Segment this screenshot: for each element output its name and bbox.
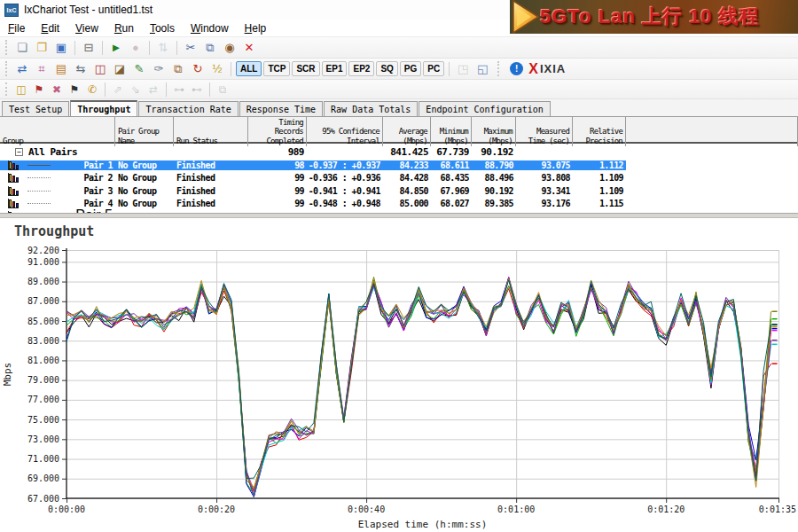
tab-response-time[interactable]: Response Time bbox=[239, 101, 323, 116]
data-cell: Finished bbox=[174, 186, 248, 196]
filter-scr-button[interactable]: SCR bbox=[292, 61, 319, 76]
toolbar-separator bbox=[166, 82, 167, 97]
new-test-button[interactable]: ❏ bbox=[13, 39, 31, 57]
compare-results-button[interactable]: ◫ bbox=[13, 82, 29, 98]
y-tick-label: 89.000 bbox=[27, 277, 59, 286]
results-table-header: GroupPair Group NameRun StatusTiming Rec… bbox=[0, 116, 798, 144]
filter-pg-button[interactable]: PG bbox=[400, 61, 421, 76]
table-row-pair-1[interactable]: Pair 1No GroupFinished98-0.937 : +0.9378… bbox=[0, 159, 798, 172]
data-cell: 99 bbox=[248, 186, 307, 196]
data-cell: 88.790 bbox=[472, 160, 516, 170]
save-test-button[interactable]: ▣ bbox=[52, 39, 70, 57]
menu-edit[interactable]: Edit bbox=[33, 20, 67, 36]
data-cell: 68.435 bbox=[431, 173, 472, 183]
column-header[interactable]: Minimum (Mbps) bbox=[431, 117, 472, 146]
filter-all-button[interactable]: ALL bbox=[236, 61, 262, 76]
column-header[interactable] bbox=[626, 117, 798, 146]
edit-pair-button[interactable]: ✎ bbox=[130, 60, 148, 78]
column-header[interactable]: Maximum (Mbps) bbox=[472, 117, 516, 146]
info-button[interactable]: ! bbox=[510, 62, 523, 75]
summary-cell: 841.425 bbox=[383, 146, 431, 158]
add-pair-button[interactable]: ⇄ bbox=[13, 60, 31, 78]
series-line-pair-9 bbox=[66, 278, 771, 488]
menu-help[interactable]: Help bbox=[237, 20, 275, 36]
results-table-body: −All Pairs989841.42567.73990.192Pair 1No… bbox=[0, 145, 798, 210]
add-video-mc-button[interactable]: ◪ bbox=[111, 60, 129, 78]
find-button[interactable]: ◉ bbox=[221, 39, 239, 57]
pair-label: Pair 3 bbox=[51, 186, 113, 196]
cut-button[interactable]: ✂ bbox=[182, 39, 200, 57]
menu-run[interactable]: Run bbox=[106, 20, 142, 36]
edit-script-button[interactable]: ✑ bbox=[150, 60, 168, 78]
toolbar-separator bbox=[209, 82, 210, 97]
pair-chart-icon bbox=[8, 199, 19, 208]
filter-ep2-button[interactable]: EP2 bbox=[348, 61, 374, 76]
tab-throughput[interactable]: Throughput bbox=[70, 100, 137, 116]
print-button[interactable]: ⊟ bbox=[80, 39, 98, 57]
series-line-pair-4 bbox=[66, 278, 771, 497]
data-cell: 93.341 bbox=[516, 186, 573, 196]
replicate-pair-button[interactable]: ⧉ bbox=[169, 60, 187, 78]
copy-button[interactable]: ⧉ bbox=[201, 39, 219, 57]
tab-test-setup[interactable]: Test Setup bbox=[2, 101, 69, 116]
filter-pc-button[interactable]: PC bbox=[423, 61, 444, 76]
column-header[interactable]: Timing Records Completed bbox=[248, 117, 307, 146]
series-line-pair-3 bbox=[66, 278, 771, 495]
data-cell: 1.109 bbox=[573, 186, 626, 196]
pair-label: Pair 4 bbox=[51, 199, 113, 208]
summary-cell: 67.739 bbox=[431, 146, 472, 158]
table-row-pair-3[interactable]: Pair 3No GroupFinished99-0.941 : +0.9418… bbox=[0, 184, 798, 198]
table-row-pair-4[interactable]: Pair 4No GroupFinished99-0.948 : +0.9488… bbox=[0, 198, 798, 211]
toolbar-separator bbox=[102, 41, 103, 55]
column-header[interactable]: Relative Precision bbox=[573, 117, 626, 146]
run-test-button[interactable]: ► bbox=[107, 39, 125, 57]
add-video-pair-button[interactable]: ◫ bbox=[91, 60, 109, 78]
y-tick-label: 67.000 bbox=[27, 494, 59, 504]
ixia-x-icon: X bbox=[528, 61, 539, 77]
filter-ep1-button[interactable]: EP1 bbox=[322, 61, 348, 76]
race-flag-2-button[interactable]: ✖ bbox=[49, 82, 65, 98]
add-hardware-pair-button[interactable]: ▤ bbox=[52, 60, 70, 78]
dialup-button[interactable]: ✆ bbox=[84, 82, 100, 98]
tab-transaction-rate[interactable]: Transaction Rate bbox=[138, 101, 238, 116]
column-header[interactable]: Group bbox=[0, 117, 115, 146]
race-flag-1-button[interactable]: ⚑ bbox=[31, 82, 47, 98]
pair-label: Pair 2 bbox=[51, 173, 113, 183]
column-header[interactable]: Run Status bbox=[174, 117, 248, 146]
refresh-results-button: ⇅ bbox=[154, 39, 172, 57]
delete-button[interactable]: ✕ bbox=[240, 39, 258, 57]
group-order-button[interactable]: ½ bbox=[208, 60, 226, 78]
data-cell: 1.109 bbox=[573, 173, 626, 183]
race-flag-3-button[interactable]: ⚑ bbox=[66, 82, 82, 98]
menu-tools[interactable]: Tools bbox=[142, 20, 183, 36]
filter-sq-button[interactable]: SQ bbox=[376, 61, 397, 76]
open-test-button[interactable]: ❐ bbox=[33, 39, 51, 57]
all-pairs-summary-row[interactable]: −All Pairs989841.42567.73990.192 bbox=[0, 145, 798, 159]
data-cell: 67.969 bbox=[431, 186, 472, 196]
add-multicast-group-button[interactable]: ⌗ bbox=[33, 60, 51, 78]
column-header[interactable]: Pair Group Name bbox=[115, 117, 174, 146]
add-voip-pair-button[interactable]: ⇆ bbox=[72, 60, 90, 78]
column-header[interactable]: Measured Time (sec) bbox=[516, 117, 573, 146]
swap-endpoints-button[interactable]: ↻ bbox=[189, 60, 207, 78]
x-tick-label: 0:01:00 bbox=[497, 505, 535, 514]
open-console-button[interactable]: ◱ bbox=[473, 60, 491, 78]
pair-chart-icon bbox=[8, 173, 19, 183]
collapse-expander[interactable]: − bbox=[15, 148, 23, 156]
table-row-pair-2[interactable]: Pair 2No GroupFinished99-0.936 : +0.9368… bbox=[0, 172, 798, 185]
series-line-pair-6 bbox=[66, 284, 771, 497]
results-tabstrip: Test SetupThroughputTransaction RateResp… bbox=[0, 99, 798, 116]
x-tick-label: 0:00:20 bbox=[198, 505, 235, 514]
unlink-pair-button: ⊷ bbox=[189, 82, 205, 98]
tab-endpoint-configuration[interactable]: Endpoint Configuration bbox=[419, 101, 550, 116]
menu-view[interactable]: View bbox=[67, 20, 106, 36]
column-header[interactable]: Average (Mbps) bbox=[383, 117, 431, 146]
data-cell: 89.385 bbox=[472, 199, 516, 208]
menu-file[interactable]: File bbox=[0, 20, 33, 36]
menu-window[interactable]: Window bbox=[183, 20, 237, 36]
column-header[interactable]: 95% Confidence Interval bbox=[307, 117, 383, 146]
tree-connector bbox=[27, 165, 51, 166]
data-cell: 84.233 bbox=[383, 160, 431, 170]
filter-tcp-button[interactable]: TCP bbox=[263, 61, 290, 76]
tab-raw-data-totals[interactable]: Raw Data Totals bbox=[324, 101, 418, 116]
